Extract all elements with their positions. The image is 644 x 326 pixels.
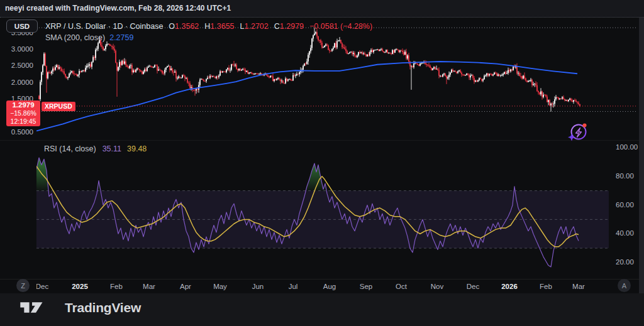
time-tick: Aug [323, 283, 336, 290]
price-tick: 3.0000 [1, 45, 33, 53]
current-change: −15.86% [6, 109, 40, 117]
price-tick: 2.5000 [1, 62, 33, 69]
ohlc-pair: H1.3655 [204, 22, 234, 31]
symbol-badge: XRPUSD [42, 102, 75, 111]
ohlc-values: O1.3562H1.3655L1.2702C1.2979 [163, 22, 304, 31]
rsi-tick: 100.00 [616, 143, 638, 151]
symbol-legend: XRP / U.S. Dollar · 1D · CoinbaseO1.3562… [45, 22, 372, 31]
tradingview-logo-icon [19, 301, 59, 315]
sma-label: SMA (200, close) [45, 33, 105, 42]
ohlc-pair: C1.2979 [274, 22, 304, 31]
time-tick: Mar [143, 283, 155, 290]
ohlc-letter: C [274, 22, 280, 31]
time-tick: Mar [572, 283, 585, 290]
sparkle-icon [568, 134, 575, 141]
time-tick: Apr [180, 283, 191, 290]
ohlc-pair: O1.3562 [169, 22, 199, 31]
right-gutter [639, 18, 644, 293]
tradingview-logo[interactable]: TradingView [19, 300, 141, 315]
time-tick: Feb [110, 283, 123, 290]
time-tick: Sep [360, 283, 372, 290]
ohlc-value: 1.3655 [210, 22, 234, 31]
sma-value: 2.2759 [109, 33, 133, 42]
auto-scale-button[interactable]: A [618, 279, 631, 292]
currency-button[interactable]: USD [6, 19, 38, 33]
chart-svg[interactable] [0, 0, 644, 326]
time-tick: Feb [540, 283, 552, 290]
ohlc-value: 1.2979 [280, 22, 304, 31]
bar-countdown: 12:19:45 [6, 117, 40, 126]
ohlc-letter: O [169, 22, 175, 31]
rsi-label: RSI (14, close) [44, 144, 96, 153]
time-tick: Nov [431, 283, 443, 290]
change-value: −0.0581 (−4.28%) [309, 22, 372, 31]
tradingview-widget: neeyi created with TradingView.com, Feb … [0, 0, 644, 326]
lightning-bolt-icon [567, 120, 591, 144]
attribution-text: neeyi created with TradingView.com, Feb … [5, 4, 231, 13]
rsi-ma-value: 39.48 [127, 144, 147, 153]
timezone-button[interactable]: Z [16, 279, 30, 292]
rsi-tick: 40.00 [616, 229, 634, 237]
ohlc-letter: H [204, 22, 210, 31]
attribution-bar: neeyi created with TradingView.com, Feb … [0, 0, 644, 18]
rsi-tick: 80.00 [616, 172, 634, 180]
ohlc-letter: L [240, 22, 245, 31]
time-tick: Oct [396, 283, 407, 290]
ohlc-value: 1.2702 [245, 22, 269, 31]
flash-action-button[interactable] [567, 120, 591, 144]
tradingview-logo-text: TradingView [65, 300, 141, 315]
time-tick: Dec [467, 283, 479, 290]
current-price-label: 1.2979 −15.86% 12:19:45 [6, 101, 40, 126]
time-tick: Dec [36, 283, 48, 290]
time-tick: May [213, 283, 227, 290]
symbol-title: XRP / U.S. Dollar · 1D · Coinbase [45, 22, 163, 31]
rsi-value: 35.11 [103, 144, 121, 153]
ohlc-pair: L1.2702 [240, 22, 269, 31]
sma-legend: SMA (200, close)2.2759 [45, 33, 133, 42]
price-tick: 0.5000 [1, 128, 33, 136]
rsi-legend: RSI (14, close)35.1139.48 [44, 144, 147, 153]
rsi-tick: 20.00 [616, 258, 634, 266]
ohlc-value: 1.3562 [175, 22, 199, 31]
rsi-tick: 60.00 [616, 201, 634, 209]
time-scale-labels: Dec2025FebMarAprMayJunJulAugSepOctNovDec… [36, 280, 609, 294]
price-tick: 2.0000 [1, 79, 33, 86]
notification-dot [582, 123, 586, 127]
time-tick: Jul [289, 283, 298, 290]
current-price: 1.2979 [6, 101, 40, 109]
time-tick: 2026 [501, 283, 518, 290]
time-tick: Jun [252, 283, 264, 290]
time-scale[interactable]: Dec2025FebMarAprMayJunJulAugSepOctNovDec… [0, 279, 639, 294]
time-tick: 2025 [72, 283, 88, 290]
